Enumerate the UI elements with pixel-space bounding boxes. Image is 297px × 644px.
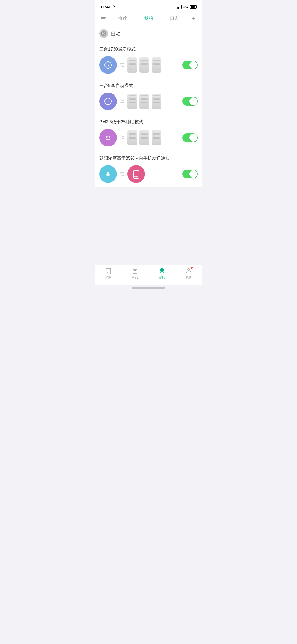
smart-icon <box>158 267 166 274</box>
auto-section: 自动 <box>95 25 202 42</box>
link-icon-4: ⛓ <box>120 171 125 177</box>
device-icons-1 <box>127 57 180 73</box>
automation-row-4: ⛓ <box>99 165 198 183</box>
bottom-nav-shop[interactable]: 有品 <box>125 267 145 279</box>
toggle-thumb-3 <box>189 134 197 142</box>
device-2c <box>152 94 161 109</box>
automation-item-1: 三台1730最爱模式 ⛓ <box>95 42 202 78</box>
automation-row-2: ⛓ <box>99 93 198 110</box>
automation-item-4: 朝阳湿度高于85%－向手机发送通知 ⛓ <box>95 151 202 188</box>
device-1b <box>139 57 149 73</box>
toggle-thumb-2 <box>189 97 197 105</box>
empty-area <box>95 188 202 265</box>
device-2a <box>127 94 137 109</box>
trigger-icon-3[interactable] <box>99 129 117 146</box>
auto-icon <box>99 29 108 38</box>
link-icon-1: ⛓ <box>120 62 125 68</box>
status-time: 11:41 <box>100 4 115 9</box>
automation-title-1: 三台1730最爱模式 <box>99 47 198 52</box>
toggle-3[interactable] <box>182 133 198 142</box>
network-label: 4G <box>183 5 188 9</box>
bottom-nav-profile-label: 我的 <box>186 275 192 279</box>
automation-item-3: PM2.5低于25睡眠模式 ⛓ <box>95 115 202 151</box>
automation-item-2: 三台830自动模式 ⛓ <box>95 78 202 115</box>
device-1c <box>152 57 161 73</box>
tab-mine[interactable]: 我的 <box>142 12 155 25</box>
svg-point-16 <box>136 177 137 178</box>
svg-point-9 <box>109 136 110 138</box>
signal-icon <box>177 5 182 9</box>
svg-point-24 <box>188 268 190 271</box>
bottom-nav-mijia[interactable]: 米家 <box>99 267 118 279</box>
trigger-icon-4[interactable] <box>99 165 117 183</box>
trigger-icon-1[interactable] <box>99 56 117 74</box>
bottom-nav-mijia-label: 米家 <box>105 275 111 279</box>
tab-log[interactable]: 日志 <box>168 12 181 25</box>
hamburger-icon <box>101 17 106 20</box>
device-3a <box>127 130 137 145</box>
link-icon-3: ⛓ <box>120 135 125 141</box>
toggle-1[interactable] <box>182 61 198 69</box>
automation-title-3: PM2.5低于25睡眠模式 <box>99 119 198 125</box>
home-bar <box>132 287 165 289</box>
device-1a <box>127 57 137 73</box>
device-3b <box>139 130 149 145</box>
bottom-nav-shop-label: 有品 <box>132 275 138 279</box>
profile-icon <box>185 267 192 274</box>
bottom-nav-profile[interactable]: 我的 <box>179 267 198 279</box>
add-button[interactable]: + <box>187 15 199 22</box>
bottom-nav: 米家 有品 智能 我的 <box>95 265 202 285</box>
status-icons: 4G <box>177 5 197 9</box>
link-icon-2: ⛓ <box>120 99 125 104</box>
toggle-2[interactable] <box>182 97 198 106</box>
toggle-4[interactable] <box>182 170 198 178</box>
device-icons-2 <box>127 94 180 109</box>
battery-icon <box>190 5 197 9</box>
nav-tabs: 推荐 我的 日志 + <box>95 12 202 25</box>
status-bar: 11:41 4G <box>95 0 202 12</box>
bottom-nav-smart[interactable]: 智能 <box>152 267 172 279</box>
automation-row-3: ⛓ <box>99 129 198 146</box>
device-3c <box>152 130 161 145</box>
svg-point-8 <box>106 136 108 138</box>
profile-badge <box>191 267 193 269</box>
toggle-thumb-4 <box>189 170 197 178</box>
automation-row-1: ⛓ <box>99 56 198 74</box>
svg-rect-15 <box>134 172 138 177</box>
home-indicator <box>95 285 202 290</box>
automation-title-2: 三台830自动模式 <box>99 83 198 89</box>
device-icons-3 <box>127 130 180 145</box>
shop-icon <box>131 267 139 274</box>
bottom-nav-smart-label: 智能 <box>159 275 165 279</box>
home-icon <box>105 267 112 274</box>
menu-button[interactable] <box>98 17 110 20</box>
svg-point-1 <box>103 33 105 34</box>
toggle-thumb-1 <box>189 61 197 69</box>
automation-title-4: 朝阳湿度高于85%－向手机发送通知 <box>99 156 198 161</box>
device-2b <box>139 94 149 109</box>
tab-list: 推荐 我的 日志 <box>110 12 187 25</box>
auto-label: 自动 <box>111 30 121 37</box>
svg-point-23 <box>161 269 163 271</box>
trigger-icon-2[interactable] <box>99 93 117 110</box>
tab-recommend[interactable]: 推荐 <box>116 12 129 25</box>
automations-list: 三台1730最爱模式 ⛓ <box>95 42 202 188</box>
notify-icon-4 <box>127 165 145 183</box>
